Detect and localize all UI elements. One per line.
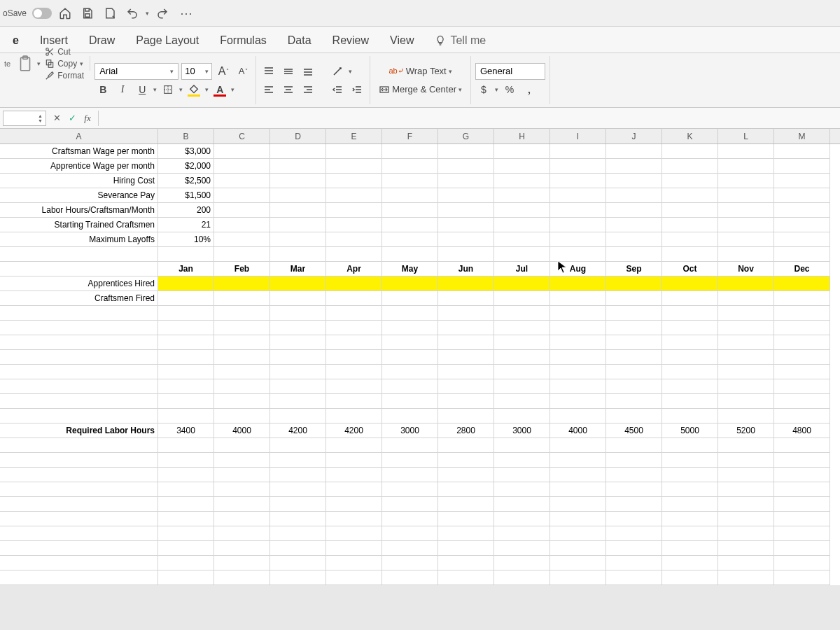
cell[interactable]: [270, 541, 326, 556]
cell[interactable]: [438, 232, 494, 247]
cell[interactable]: [326, 482, 382, 497]
tab-home-edge[interactable]: e: [8, 29, 23, 52]
cell[interactable]: [606, 335, 662, 350]
cell[interactable]: [326, 379, 382, 394]
cell[interactable]: [494, 556, 550, 570]
cell[interactable]: [0, 497, 158, 512]
cell[interactable]: [158, 556, 214, 570]
cell[interactable]: [326, 247, 382, 262]
cell[interactable]: [438, 218, 494, 232]
cell[interactable]: [774, 218, 830, 232]
cell[interactable]: [606, 512, 662, 526]
cell[interactable]: [214, 365, 270, 379]
cell[interactable]: [326, 556, 382, 570]
cell[interactable]: [214, 570, 270, 585]
tab-data[interactable]: Data: [284, 29, 316, 52]
cell[interactable]: [214, 512, 270, 526]
cell[interactable]: [550, 306, 606, 321]
cell[interactable]: [550, 453, 606, 468]
cell[interactable]: [214, 335, 270, 350]
cell[interactable]: [774, 203, 830, 218]
cell[interactable]: [214, 556, 270, 570]
param-label[interactable]: Apprentice Wage per month: [0, 159, 158, 174]
italic-button[interactable]: I: [114, 81, 131, 98]
cell[interactable]: [494, 203, 550, 218]
cell[interactable]: [438, 306, 494, 321]
colhead-G[interactable]: G: [438, 129, 494, 144]
required-value[interactable]: 5200: [718, 424, 774, 438]
cell[interactable]: [382, 365, 438, 379]
name-box[interactable]: ▲▼: [3, 111, 46, 126]
font-color-button[interactable]: A: [211, 81, 228, 98]
bold-button[interactable]: B: [94, 81, 111, 98]
month-header[interactable]: Oct: [662, 262, 718, 276]
decision-cell[interactable]: [774, 276, 830, 291]
cell[interactable]: [0, 482, 158, 497]
cell[interactable]: [382, 350, 438, 365]
cell[interactable]: [158, 247, 214, 262]
cell[interactable]: [214, 159, 270, 174]
decision-cell[interactable]: [606, 291, 662, 306]
param-label[interactable]: Craftsman Wage per month: [0, 144, 158, 159]
cell[interactable]: [718, 497, 774, 512]
cell[interactable]: [214, 232, 270, 247]
cell[interactable]: [774, 232, 830, 247]
cell[interactable]: [0, 409, 158, 424]
number-format-select[interactable]: General: [475, 63, 545, 80]
cell[interactable]: [494, 365, 550, 379]
cell[interactable]: [214, 321, 270, 335]
cell[interactable]: [550, 203, 606, 218]
cell[interactable]: [606, 556, 662, 570]
increase-font-button[interactable]: A˄: [215, 63, 232, 80]
cell[interactable]: [550, 218, 606, 232]
cell[interactable]: [382, 541, 438, 556]
cell[interactable]: [270, 203, 326, 218]
cell[interactable]: [662, 247, 718, 262]
cell[interactable]: [382, 232, 438, 247]
cell[interactable]: [494, 335, 550, 350]
cell[interactable]: [550, 321, 606, 335]
cell[interactable]: [494, 232, 550, 247]
cell[interactable]: [718, 365, 774, 379]
cell[interactable]: [382, 570, 438, 585]
cell[interactable]: [606, 144, 662, 159]
cell[interactable]: [550, 556, 606, 570]
cell[interactable]: [326, 438, 382, 453]
cell[interactable]: [606, 350, 662, 365]
cell[interactable]: [270, 247, 326, 262]
decision-cell[interactable]: [326, 276, 382, 291]
cell[interactable]: [326, 174, 382, 188]
cell[interactable]: [606, 526, 662, 541]
cell[interactable]: [438, 438, 494, 453]
cell[interactable]: [214, 409, 270, 424]
cell[interactable]: [662, 144, 718, 159]
cell[interactable]: [662, 468, 718, 482]
cell[interactable]: [606, 497, 662, 512]
cell[interactable]: [0, 556, 158, 570]
cell[interactable]: [774, 365, 830, 379]
cell[interactable]: [494, 468, 550, 482]
tell-me-search[interactable]: Tell me: [430, 29, 490, 52]
cell[interactable]: [0, 306, 158, 321]
cell[interactable]: [158, 482, 214, 497]
cell[interactable]: [550, 438, 606, 453]
borders-caret-icon[interactable]: ▾: [179, 86, 183, 93]
param-value[interactable]: 10%: [158, 232, 214, 247]
cell[interactable]: [774, 526, 830, 541]
cell[interactable]: [662, 321, 718, 335]
cell[interactable]: [158, 394, 214, 409]
cell[interactable]: [382, 497, 438, 512]
cell[interactable]: [326, 159, 382, 174]
cell[interactable]: [774, 394, 830, 409]
cell[interactable]: [550, 497, 606, 512]
cell[interactable]: [606, 541, 662, 556]
cell[interactable]: [718, 321, 774, 335]
cell[interactable]: [550, 247, 606, 262]
required-value[interactable]: 4200: [270, 424, 326, 438]
cell[interactable]: [270, 438, 326, 453]
required-value[interactable]: 5000: [662, 424, 718, 438]
cell[interactable]: [270, 482, 326, 497]
cell[interactable]: [662, 512, 718, 526]
cell[interactable]: [662, 203, 718, 218]
cell[interactable]: [438, 570, 494, 585]
